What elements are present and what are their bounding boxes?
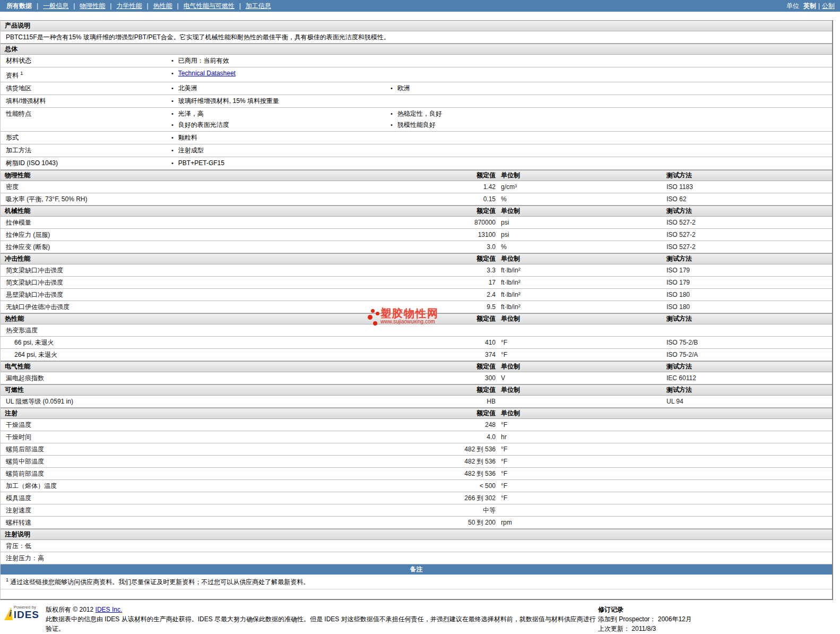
- test-method: UL 94: [661, 396, 832, 407]
- nav-item-6[interactable]: 电气性能与可燃性: [184, 2, 235, 11]
- bullet-icon: •: [171, 98, 174, 104]
- ides-logo[interactable]: i Powered by IDES: [4, 605, 39, 621]
- bullet-column: [389, 68, 832, 81]
- bullet-text: 注射成型: [178, 147, 204, 154]
- section-title: 热性能: [1, 314, 311, 324]
- bullet-item: •欧洲: [389, 83, 832, 94]
- property-row: 拉伸应力 (屈服)13100psiISO 527-2: [1, 229, 832, 241]
- copyright-year: © 2012: [73, 606, 93, 613]
- nav-separator: |: [818, 2, 820, 10]
- bullet-item: •PBT+PET-GF15: [170, 158, 389, 169]
- property-unit: [496, 396, 661, 407]
- property-label: 螺筒前部温度: [1, 468, 311, 479]
- unit-imperial-current: 英制: [803, 2, 816, 11]
- property-unit: °F: [496, 337, 661, 348]
- test-method: ISO 75-2/B: [661, 337, 832, 348]
- general-row: 加工方法•注射成型: [1, 144, 832, 157]
- property-label: 资料 1: [1, 68, 170, 81]
- ides-inc-link[interactable]: IDES Inc.: [96, 606, 123, 613]
- property-row: 无缺口伊佐德冲击强度9.5ft·lb/in²ISO 180: [1, 301, 832, 313]
- bullet-text: 光泽，高: [178, 110, 204, 117]
- bullet-column: •热稳定性，良好•脱模性能良好: [389, 108, 832, 131]
- property-label: 干燥温度: [1, 419, 311, 431]
- product-description: PBTC115F是一种含有15% 玻璃纤维的增强型PBT/PET合金。它实现了机…: [1, 31, 832, 44]
- property-label: 加工方法: [1, 145, 170, 156]
- section-header: 物理性能额定值单位制测试方法: [1, 170, 832, 181]
- property-label: 拉伸应力 (屈服): [1, 229, 311, 241]
- bullet-icon: •: [171, 110, 174, 117]
- bullet-item: •颗粒料: [170, 132, 389, 143]
- property-row: 螺筒中部温度482 到 536°F: [1, 456, 832, 468]
- bullet-icon: •: [171, 160, 174, 166]
- general-row: 资料 1•Technical Datasheet: [1, 67, 832, 82]
- property-row: 加工（熔体）温度< 500°F: [1, 480, 832, 492]
- copyright-label: 版权所有: [46, 606, 71, 613]
- property-unit: ft·lb/in²: [496, 264, 661, 276]
- bullet-column: [389, 55, 832, 66]
- bullet-column: [389, 96, 832, 107]
- nav-item-2[interactable]: 一般信息: [43, 2, 68, 11]
- general-rows: 材料状态•已商用：当前有效资料 1•Technical Datasheet供货地…: [1, 55, 832, 170]
- footnote-marker: 1: [20, 71, 23, 76]
- property-label: 264 psi, 未退火: [1, 349, 311, 361]
- bullet-column: •注射成型: [170, 145, 389, 156]
- bullet-icon: •: [171, 147, 174, 153]
- unit-column-header: 单位制: [496, 314, 661, 324]
- bullet-item: •良好的表面光洁度: [170, 119, 389, 131]
- bullet-text: 颗粒料: [178, 134, 197, 141]
- bullet-column: •玻璃纤维增强材料, 15% 填料按重量: [170, 96, 389, 107]
- property-label: 拉伸模量: [1, 217, 311, 228]
- property-row: 密度1.42g/cm³ISO 1183: [1, 181, 832, 193]
- property-row: 简支梁缺口冲击强度17ft·lb/in²ISO 179: [1, 277, 832, 289]
- bullet-column: •Technical Datasheet: [170, 68, 389, 81]
- footnote-text: 通过这些链接您能够访问供应商资料。我们尽量保证及时更新资料；不过您可以从供应商处…: [10, 578, 309, 586]
- bullet-item: •Technical Datasheet: [170, 68, 389, 79]
- property-unit: ft·lb/in²: [496, 289, 661, 301]
- test-method: IEC 60112: [661, 372, 832, 384]
- property-value: 中等: [311, 504, 496, 516]
- revision-record: 修订记录 添加到 Prospector： 2006年12月 上次更新： 2011…: [598, 605, 836, 633]
- updated-value: 2011/8/3: [631, 625, 656, 632]
- section-header: 注射额定值单位制: [1, 408, 832, 419]
- bullet-icon: •: [391, 122, 393, 128]
- bullet-icon: •: [171, 122, 174, 128]
- property-value: 870000: [311, 217, 496, 228]
- property-label: 螺杆转速: [1, 517, 311, 528]
- section-header-general: 总体: [1, 44, 832, 55]
- property-value: 482 到 536: [311, 456, 496, 467]
- nav-item-7[interactable]: 加工信息: [246, 2, 271, 11]
- property-value: HB: [311, 396, 496, 407]
- property-unit: %: [496, 193, 661, 205]
- nav-item-4[interactable]: 力学性能: [116, 2, 142, 11]
- section-header: 电气性能额定值单位制测试方法: [1, 361, 832, 372]
- property-label: 螺筒中部温度: [1, 456, 311, 467]
- bullet-icon: •: [171, 70, 174, 76]
- test-method: ISO 180: [661, 289, 832, 301]
- ides-triangle-icon: i: [4, 606, 13, 621]
- nav-item-3[interactable]: 物理性能: [80, 2, 105, 11]
- general-row: 性能特点•光泽，高•良好的表面光洁度•热稳定性，良好•脱模性能良好: [1, 108, 832, 132]
- property-value: 1.42: [311, 181, 496, 193]
- property-label: 拉伸应变 (断裂): [1, 241, 311, 253]
- property-label: 树脂ID (ISO 1043): [1, 158, 170, 169]
- technical-datasheet-link[interactable]: Technical Datasheet: [178, 70, 236, 77]
- nav-item-5[interactable]: 热性能: [153, 2, 172, 11]
- bullet-item: •已商用：当前有效: [170, 55, 389, 66]
- datasheet-content: 产品说明 PBTC115F是一种含有15% 玻璃纤维的增强型PBT/PET合金。…: [0, 20, 833, 600]
- property-label: 66 psi, 未退火: [1, 337, 311, 348]
- ides-logo-text: Powered by IDES: [14, 605, 39, 620]
- section-title: 产品说明: [5, 22, 30, 29]
- property-value: 374: [311, 349, 496, 361]
- property-unit: °F: [496, 468, 661, 479]
- test-method: ISO 62: [661, 193, 832, 205]
- section-header: 冲击性能额定值单位制测试方法: [1, 253, 832, 264]
- test-method: ISO 180: [661, 301, 832, 313]
- bullet-column: [389, 145, 832, 156]
- property-value: 9.5: [311, 301, 496, 313]
- unit-metric-link[interactable]: 公制: [822, 2, 835, 11]
- property-unit: °F: [496, 419, 661, 431]
- property-value: 0.15: [311, 193, 496, 205]
- property-value: 3.3: [311, 264, 496, 276]
- bullet-column: •北美洲: [170, 83, 389, 94]
- property-row: 66 psi, 未退火410°FISO 75-2/B: [1, 337, 832, 349]
